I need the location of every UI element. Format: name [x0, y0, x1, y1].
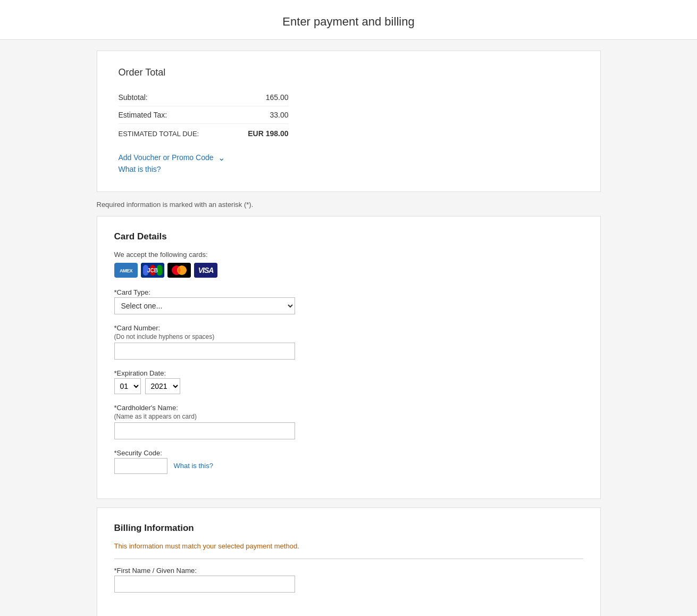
expiry-month-select[interactable]: 01020304 05060708 09101112 — [114, 378, 141, 394]
card-details-card: Card Details We accept the following car… — [97, 216, 601, 499]
cardholder-name-label: *Cardholder's Name: — [114, 404, 583, 412]
total-due-row: ESTIMATED TOTAL DUE: EUR 198.00 — [119, 124, 289, 143]
billing-info-card: Billing Information This information mus… — [97, 507, 601, 616]
tax-row: Estimated Tax: 33.00 — [119, 106, 289, 124]
svg-text:JCB: JCB — [147, 268, 157, 273]
security-code-label: *Security Code: — [114, 449, 583, 457]
cardholder-name-sublabel: (Name as it appears on card) — [114, 413, 583, 420]
card-details-title: Card Details — [114, 231, 583, 242]
card-logos: AMEX JCB — [114, 263, 583, 278]
first-name-group: *First Name / Given Name: — [114, 567, 583, 593]
expiry-year-select[interactable]: 2021 2022 2023 2024 2025 2026 — [145, 378, 180, 394]
cardholder-name-group: *Cardholder's Name: (Name as it appears … — [114, 404, 583, 439]
tax-label: Estimated Tax: — [119, 111, 167, 119]
mastercard-logo — [167, 263, 191, 278]
billing-info-note: This information must match your selecte… — [114, 542, 583, 550]
what-is-this-voucher-link[interactable]: What is this? — [119, 163, 214, 175]
expiry-row: 01020304 05060708 09101112 2021 2022 202… — [114, 378, 583, 394]
voucher-section: Add Voucher or Promo Code What is this? … — [119, 152, 579, 176]
chevron-down-icon: ⌄ — [218, 153, 225, 163]
divider — [114, 559, 583, 559]
card-type-label: *Card Type: — [114, 288, 583, 296]
accepted-cards-label: We accept the following cards: — [114, 251, 583, 259]
security-code-row: What is this? — [114, 458, 583, 474]
card-number-group: *Card Number: (Do not include hyphens or… — [114, 324, 583, 360]
order-total-card: Order Total Subtotal: 165.00 Estimated T… — [97, 51, 601, 192]
security-what-is-this-link[interactable]: What is this? — [174, 462, 213, 470]
security-code-input[interactable] — [114, 458, 167, 474]
page-title: Enter payment and billing — [0, 0, 697, 40]
subtotal-label: Subtotal: — [119, 93, 148, 102]
voucher-link[interactable]: Add Voucher or Promo Code — [119, 152, 214, 163]
cardholder-name-input[interactable] — [114, 422, 295, 439]
first-name-label: *First Name / Given Name: — [114, 567, 583, 575]
card-type-select[interactable]: Select one... American Express JCB Maste… — [114, 297, 295, 314]
expiry-label: *Expiration Date: — [114, 369, 583, 377]
total-due-label: ESTIMATED TOTAL DUE: — [119, 130, 248, 138]
visa-logo: VISA — [194, 263, 217, 278]
subtotal-row: Subtotal: 165.00 — [119, 89, 289, 106]
billing-info-title: Billing Information — [114, 523, 583, 534]
card-type-group: *Card Type: Select one... American Expre… — [114, 288, 583, 314]
expiry-group: *Expiration Date: 01020304 05060708 0910… — [114, 369, 583, 394]
total-due-value: EUR 198.00 — [248, 129, 288, 138]
security-code-group: *Security Code: What is this? — [114, 449, 583, 474]
card-number-input[interactable] — [114, 343, 295, 360]
svg-text:VISA: VISA — [198, 266, 214, 274]
amex-logo: AMEX — [114, 263, 138, 278]
tax-value: 33.00 — [270, 111, 288, 119]
first-name-input[interactable] — [114, 576, 295, 593]
svg-text:AMEX: AMEX — [119, 268, 132, 273]
subtotal-value: 165.00 — [266, 93, 289, 102]
card-number-sublabel: (Do not include hyphens or spaces) — [114, 333, 583, 340]
order-total-title: Order Total — [119, 67, 579, 78]
jcb-logo: JCB — [141, 263, 164, 278]
card-number-label: *Card Number: — [114, 324, 583, 332]
required-note: Required information is marked with an a… — [97, 201, 601, 209]
